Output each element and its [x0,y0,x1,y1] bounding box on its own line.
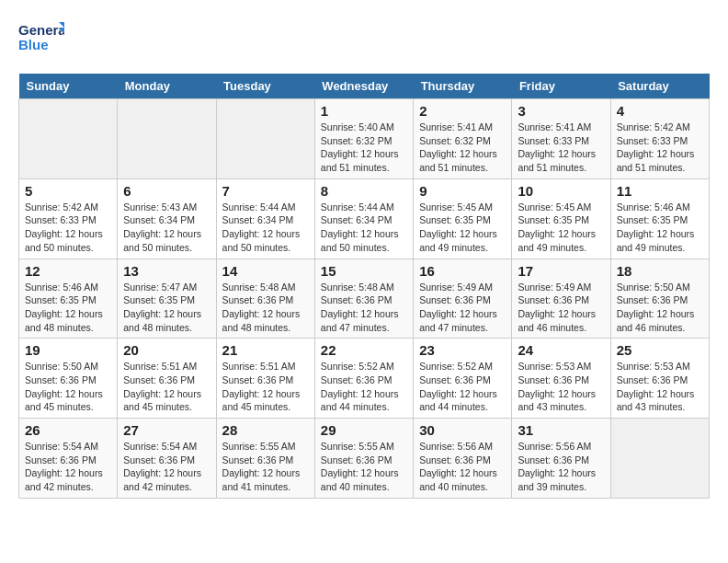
days-header-row: SundayMondayTuesdayWednesdayThursdayFrid… [19,74,710,99]
day-info: Sunrise: 5:52 AM Sunset: 6:36 PM Dayligh… [419,360,506,414]
calendar-cell [216,99,314,179]
day-number: 13 [123,263,210,279]
day-number: 20 [123,342,210,358]
day-info: Sunrise: 5:41 AM Sunset: 6:33 PM Dayligh… [518,121,604,175]
logo: General Blue [18,18,64,59]
calendar-cell: 14Sunrise: 5:48 AM Sunset: 6:36 PM Dayli… [216,259,314,339]
calendar-cell: 30Sunrise: 5:56 AM Sunset: 6:36 PM Dayli… [414,419,512,499]
day-info: Sunrise: 5:53 AM Sunset: 6:36 PM Dayligh… [617,360,703,414]
calendar-cell [610,419,709,499]
day-info: Sunrise: 5:51 AM Sunset: 6:36 PM Dayligh… [222,360,309,414]
day-number: 31 [518,422,604,438]
day-number: 18 [617,263,703,279]
day-number: 25 [617,342,703,358]
day-info: Sunrise: 5:40 AM Sunset: 6:32 PM Dayligh… [321,121,407,175]
day-number: 30 [419,422,506,438]
calendar-cell: 7Sunrise: 5:44 AM Sunset: 6:34 PM Daylig… [216,178,314,259]
day-number: 27 [123,422,210,438]
calendar-cell: 20Sunrise: 5:51 AM Sunset: 6:36 PM Dayli… [118,339,216,419]
day-info: Sunrise: 5:50 AM Sunset: 6:36 PM Dayligh… [25,360,111,414]
day-info: Sunrise: 5:52 AM Sunset: 6:36 PM Dayligh… [321,360,407,414]
calendar-week-row: 19Sunrise: 5:50 AM Sunset: 6:36 PM Dayli… [19,339,710,419]
day-number: 21 [222,342,309,358]
calendar-cell [118,99,216,179]
day-header-monday: Monday [118,74,216,99]
calendar-cell: 18Sunrise: 5:50 AM Sunset: 6:36 PM Dayli… [610,259,709,339]
calendar-cell: 5Sunrise: 5:42 AM Sunset: 6:33 PM Daylig… [19,178,118,259]
day-number: 17 [518,263,604,279]
calendar-cell [19,99,118,179]
day-info: Sunrise: 5:49 AM Sunset: 6:36 PM Dayligh… [518,281,604,335]
day-header-friday: Friday [512,74,610,99]
day-info: Sunrise: 5:54 AM Sunset: 6:36 PM Dayligh… [25,440,111,494]
day-info: Sunrise: 5:55 AM Sunset: 6:36 PM Dayligh… [222,440,309,494]
day-info: Sunrise: 5:54 AM Sunset: 6:36 PM Dayligh… [123,440,210,494]
day-info: Sunrise: 5:44 AM Sunset: 6:34 PM Dayligh… [321,201,407,255]
day-info: Sunrise: 5:48 AM Sunset: 6:36 PM Dayligh… [321,281,407,335]
day-info: Sunrise: 5:45 AM Sunset: 6:35 PM Dayligh… [518,201,604,255]
day-number: 19 [25,342,111,358]
day-header-sunday: Sunday [19,74,118,99]
calendar-cell: 1Sunrise: 5:40 AM Sunset: 6:32 PM Daylig… [314,99,413,179]
day-number: 8 [321,183,407,199]
day-header-thursday: Thursday [414,74,512,99]
day-info: Sunrise: 5:47 AM Sunset: 6:35 PM Dayligh… [123,281,210,335]
calendar-cell: 25Sunrise: 5:53 AM Sunset: 6:36 PM Dayli… [610,339,709,419]
day-number: 16 [419,263,506,279]
calendar-cell: 4Sunrise: 5:42 AM Sunset: 6:33 PM Daylig… [610,99,709,179]
day-info: Sunrise: 5:55 AM Sunset: 6:36 PM Dayligh… [321,440,407,494]
calendar-cell: 23Sunrise: 5:52 AM Sunset: 6:36 PM Dayli… [414,339,512,419]
calendar-cell: 10Sunrise: 5:45 AM Sunset: 6:35 PM Dayli… [512,178,610,259]
day-info: Sunrise: 5:45 AM Sunset: 6:35 PM Dayligh… [419,201,506,255]
day-number: 26 [25,422,111,438]
day-info: Sunrise: 5:49 AM Sunset: 6:36 PM Dayligh… [419,281,506,335]
calendar-cell: 22Sunrise: 5:52 AM Sunset: 6:36 PM Dayli… [314,339,413,419]
day-info: Sunrise: 5:42 AM Sunset: 6:33 PM Dayligh… [617,121,703,175]
day-number: 9 [419,183,506,199]
day-info: Sunrise: 5:51 AM Sunset: 6:36 PM Dayligh… [123,360,210,414]
calendar-cell: 26Sunrise: 5:54 AM Sunset: 6:36 PM Dayli… [19,419,118,499]
day-number: 15 [321,263,407,279]
calendar-cell: 24Sunrise: 5:53 AM Sunset: 6:36 PM Dayli… [512,339,610,419]
day-number: 11 [617,183,703,199]
day-number: 7 [222,183,309,199]
day-header-tuesday: Tuesday [216,74,314,99]
calendar-week-row: 12Sunrise: 5:46 AM Sunset: 6:35 PM Dayli… [19,259,710,339]
calendar-cell: 21Sunrise: 5:51 AM Sunset: 6:36 PM Dayli… [216,339,314,419]
svg-text:Blue: Blue [18,37,49,52]
calendar-cell: 15Sunrise: 5:48 AM Sunset: 6:36 PM Dayli… [314,259,413,339]
day-number: 28 [222,422,309,438]
day-info: Sunrise: 5:46 AM Sunset: 6:35 PM Dayligh… [617,201,703,255]
calendar-cell: 13Sunrise: 5:47 AM Sunset: 6:35 PM Dayli… [118,259,216,339]
calendar-cell: 11Sunrise: 5:46 AM Sunset: 6:35 PM Dayli… [610,178,709,259]
calendar-cell: 17Sunrise: 5:49 AM Sunset: 6:36 PM Dayli… [512,259,610,339]
calendar-table: SundayMondayTuesdayWednesdayThursdayFrid… [18,74,710,499]
day-info: Sunrise: 5:56 AM Sunset: 6:36 PM Dayligh… [518,440,604,494]
day-info: Sunrise: 5:53 AM Sunset: 6:36 PM Dayligh… [518,360,604,414]
day-number: 3 [518,103,604,119]
day-info: Sunrise: 5:56 AM Sunset: 6:36 PM Dayligh… [419,440,506,494]
calendar-cell: 16Sunrise: 5:49 AM Sunset: 6:36 PM Dayli… [414,259,512,339]
calendar-week-row: 5Sunrise: 5:42 AM Sunset: 6:33 PM Daylig… [19,178,710,259]
day-info: Sunrise: 5:41 AM Sunset: 6:32 PM Dayligh… [419,121,506,175]
calendar-cell: 8Sunrise: 5:44 AM Sunset: 6:34 PM Daylig… [314,178,413,259]
day-header-wednesday: Wednesday [314,74,413,99]
day-info: Sunrise: 5:43 AM Sunset: 6:34 PM Dayligh… [123,201,210,255]
calendar-cell: 2Sunrise: 5:41 AM Sunset: 6:32 PM Daylig… [414,99,512,179]
day-number: 14 [222,263,309,279]
day-info: Sunrise: 5:46 AM Sunset: 6:35 PM Dayligh… [25,281,111,335]
day-info: Sunrise: 5:50 AM Sunset: 6:36 PM Dayligh… [617,281,703,335]
day-info: Sunrise: 5:48 AM Sunset: 6:36 PM Dayligh… [222,281,309,335]
day-number: 1 [321,103,407,119]
calendar-cell: 31Sunrise: 5:56 AM Sunset: 6:36 PM Dayli… [512,419,610,499]
day-info: Sunrise: 5:42 AM Sunset: 6:33 PM Dayligh… [25,201,111,255]
calendar-week-row: 1Sunrise: 5:40 AM Sunset: 6:32 PM Daylig… [19,99,710,179]
calendar-cell: 28Sunrise: 5:55 AM Sunset: 6:36 PM Dayli… [216,419,314,499]
calendar-cell: 27Sunrise: 5:54 AM Sunset: 6:36 PM Dayli… [118,419,216,499]
day-number: 10 [518,183,604,199]
day-number: 23 [419,342,506,358]
day-number: 5 [25,183,111,199]
day-number: 6 [123,183,210,199]
day-number: 2 [419,103,506,119]
calendar-week-row: 26Sunrise: 5:54 AM Sunset: 6:36 PM Dayli… [19,419,710,499]
